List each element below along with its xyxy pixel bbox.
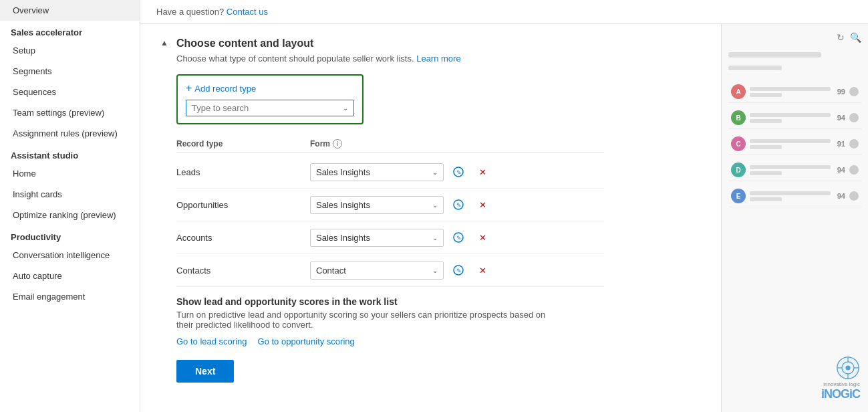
leads-edit-icon[interactable]: ✎ — [449, 163, 468, 181]
avatar: C — [731, 136, 746, 151]
sidebar-section-sales-accelerator: Sales accelerator — [0, 21, 140, 40]
preview-line — [750, 191, 831, 195]
sidebar-item-insight-cards[interactable]: Insight cards — [0, 184, 140, 205]
scoring-section: Show lead and opportunity scores in the … — [176, 296, 701, 346]
avatar: A — [731, 84, 746, 99]
avatar: B — [731, 110, 746, 125]
inogic-logo-icon — [836, 356, 860, 380]
section-header: ▲ Choose content and layout — [160, 37, 701, 49]
preview-line-short — [750, 93, 782, 97]
record-type-contacts: Contacts — [176, 266, 310, 276]
preview-circle — [849, 113, 859, 122]
preview-score: 94 — [837, 114, 845, 122]
scoring-description: Turn on predictive lead and opportunity … — [176, 310, 564, 330]
preview-score: 99 — [837, 88, 845, 96]
search-input[interactable] — [192, 103, 343, 113]
leads-remove-icon[interactable]: ✕ — [473, 163, 492, 181]
accounts-select-arrow-icon: ⌄ — [432, 234, 438, 241]
record-type-search-dropdown[interactable]: ⌄ — [186, 100, 354, 116]
table-row: Accounts Sales Insights ⌄ ✎ ✕ — [176, 221, 604, 254]
add-record-label: Add record type — [194, 84, 256, 94]
accounts-form-select[interactable]: Sales Insights ⌄ — [310, 229, 444, 247]
preview-lines — [750, 139, 831, 149]
col-header-record-type: Record type — [176, 139, 310, 148]
sidebar-section-assistant-studio: Assistant studio — [0, 144, 140, 163]
leads-form-select[interactable]: Sales Insights ⌄ — [310, 163, 444, 181]
form-info-icon[interactable]: i — [333, 139, 342, 148]
sidebar-item-assignment-rules[interactable]: Assignment rules (preview) — [0, 123, 140, 144]
preview-line-short — [750, 171, 782, 175]
lead-scoring-link[interactable]: Go to lead scoring — [176, 336, 247, 346]
table-row: Opportunities Sales Insights ⌄ ✎ ✕ — [176, 189, 604, 221]
preview-circle — [849, 139, 859, 148]
accounts-edit-icon[interactable]: ✎ — [449, 228, 468, 247]
accounts-remove-icon[interactable]: ✕ — [473, 228, 492, 247]
leads-form-row: Sales Insights ⌄ ✎ ✕ — [310, 163, 604, 181]
opportunities-form-select[interactable]: Sales Insights ⌄ — [310, 196, 444, 214]
content-area: ▲ Choose content and layout Choose what … — [140, 24, 868, 412]
preview-row: E 94 — [728, 185, 861, 207]
preview-lines — [750, 191, 831, 201]
preview-line-short — [750, 197, 782, 201]
dropdown-arrow-icon: ⌄ — [343, 104, 348, 112]
contacts-select-arrow-icon: ⌄ — [432, 267, 438, 274]
preview-circle — [849, 165, 859, 175]
svg-text:✎: ✎ — [456, 235, 462, 241]
search-icon[interactable]: 🔍 — [850, 32, 861, 43]
preview-score: 91 — [837, 140, 845, 148]
preview-row: D 94 — [728, 159, 861, 181]
record-type-leads: Leads — [176, 167, 310, 177]
svg-text:✎: ✎ — [456, 268, 462, 274]
preview-line-short — [750, 119, 782, 123]
avatar: D — [731, 163, 746, 177]
sidebar-item-segments[interactable]: Segments — [0, 61, 140, 82]
plus-icon: + — [186, 82, 192, 94]
sidebar-item-optimize-ranking[interactable]: Optimize ranking (preview) — [0, 205, 140, 225]
record-type-opportunities: Opportunities — [176, 200, 310, 210]
sidebar-item-home[interactable]: Home — [0, 163, 140, 184]
scoring-links: Go to lead scoring Go to opportunity sco… — [176, 336, 701, 346]
svg-text:✎: ✎ — [456, 202, 462, 209]
sidebar-item-setup[interactable]: Setup — [0, 40, 140, 61]
preview-line — [750, 113, 831, 117]
preview-line — [750, 165, 831, 169]
sidebar-item-email-engagement[interactable]: Email engagement — [0, 286, 140, 307]
sidebar-item-conversation-intelligence[interactable]: Conversation intelligence — [0, 245, 140, 266]
main-content: Have a question? Contact us ▲ Choose con… — [140, 0, 868, 412]
question-text: Have a question? — [156, 7, 224, 17]
preview-line — [750, 87, 831, 91]
contacts-edit-icon[interactable]: ✎ — [449, 261, 468, 280]
refresh-icon[interactable]: ↻ — [837, 32, 845, 43]
contacts-form-row: Contact ⌄ ✎ ✕ — [310, 261, 604, 280]
preview-row: A 99 — [728, 81, 861, 103]
preview-topbar: ↻ 🔍 — [728, 32, 861, 43]
opportunities-remove-icon[interactable]: ✕ — [473, 195, 492, 214]
svg-text:✎: ✎ — [456, 169, 462, 176]
record-type-accounts: Accounts — [176, 233, 310, 243]
sidebar-item-team-settings[interactable]: Team settings (preview) — [0, 102, 140, 123]
preview-panel: ↻ 🔍 A 99 B 94 — [721, 24, 868, 412]
preview-filter-placeholder — [728, 66, 782, 70]
preview-line — [750, 139, 831, 143]
add-record-type-link[interactable]: + Add record type — [186, 82, 354, 94]
preview-row: C 91 — [728, 133, 861, 155]
contacts-remove-icon[interactable]: ✕ — [473, 261, 492, 280]
contact-us-link[interactable]: Contact us — [227, 7, 268, 17]
collapse-icon[interactable]: ▲ — [160, 38, 171, 49]
opportunities-edit-icon[interactable]: ✎ — [449, 195, 468, 214]
sidebar-item-overview[interactable]: Overview — [0, 0, 140, 21]
preview-circle — [849, 87, 859, 96]
table-header: Record type Form i — [176, 135, 604, 153]
learn-more-link[interactable]: Learn more — [416, 54, 460, 64]
sidebar-item-sequences[interactable]: Sequences — [0, 82, 140, 102]
col-header-form: Form i — [310, 139, 604, 148]
contacts-form-select[interactable]: Contact ⌄ — [310, 262, 444, 280]
opportunities-select-arrow-icon: ⌄ — [432, 201, 438, 209]
sidebar-item-auto-capture[interactable]: Auto capture — [0, 266, 140, 286]
preview-lines — [750, 165, 831, 175]
preview-title-placeholder — [728, 52, 821, 58]
opportunity-scoring-link[interactable]: Go to opportunity scoring — [258, 336, 355, 346]
next-button[interactable]: Next — [176, 360, 234, 383]
preview-line-short — [750, 145, 782, 149]
scoring-title: Show lead and opportunity scores in the … — [176, 296, 701, 307]
